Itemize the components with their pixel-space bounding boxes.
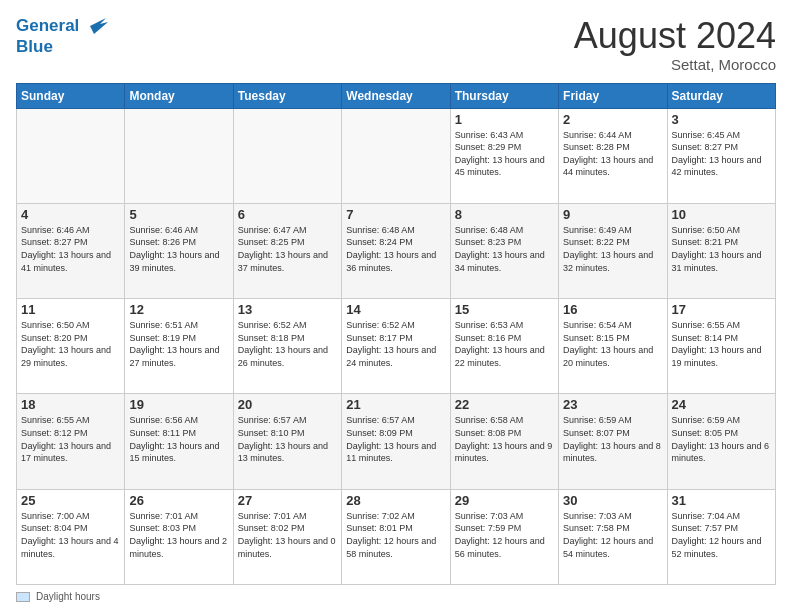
calendar-cell: 30Sunrise: 7:03 AM Sunset: 7:58 PM Dayli… <box>559 489 667 584</box>
day-info: Sunrise: 6:50 AM Sunset: 8:20 PM Dayligh… <box>21 319 120 369</box>
day-number: 21 <box>346 397 445 412</box>
col-header-wednesday: Wednesday <box>342 83 450 108</box>
day-info: Sunrise: 6:49 AM Sunset: 8:22 PM Dayligh… <box>563 224 662 274</box>
day-number: 31 <box>672 493 771 508</box>
day-number: 8 <box>455 207 554 222</box>
daylight-label: Daylight hours <box>36 591 100 602</box>
calendar-cell: 3Sunrise: 6:45 AM Sunset: 8:27 PM Daylig… <box>667 108 775 203</box>
day-info: Sunrise: 6:57 AM Sunset: 8:10 PM Dayligh… <box>238 414 337 464</box>
calendar-cell: 12Sunrise: 6:51 AM Sunset: 8:19 PM Dayli… <box>125 299 233 394</box>
calendar-cell: 22Sunrise: 6:58 AM Sunset: 8:08 PM Dayli… <box>450 394 558 489</box>
logo-bird-icon <box>86 16 108 38</box>
day-number: 11 <box>21 302 120 317</box>
day-info: Sunrise: 6:47 AM Sunset: 8:25 PM Dayligh… <box>238 224 337 274</box>
day-number: 6 <box>238 207 337 222</box>
calendar-cell: 17Sunrise: 6:55 AM Sunset: 8:14 PM Dayli… <box>667 299 775 394</box>
calendar-cell: 29Sunrise: 7:03 AM Sunset: 7:59 PM Dayli… <box>450 489 558 584</box>
calendar-cell: 23Sunrise: 6:59 AM Sunset: 8:07 PM Dayli… <box>559 394 667 489</box>
location: Settat, Morocco <box>574 56 776 73</box>
calendar-week-4: 25Sunrise: 7:00 AM Sunset: 8:04 PM Dayli… <box>17 489 776 584</box>
col-header-monday: Monday <box>125 83 233 108</box>
day-info: Sunrise: 6:52 AM Sunset: 8:18 PM Dayligh… <box>238 319 337 369</box>
day-number: 22 <box>455 397 554 412</box>
day-number: 18 <box>21 397 120 412</box>
calendar-cell: 10Sunrise: 6:50 AM Sunset: 8:21 PM Dayli… <box>667 203 775 298</box>
day-info: Sunrise: 7:03 AM Sunset: 7:58 PM Dayligh… <box>563 510 662 560</box>
calendar-cell: 20Sunrise: 6:57 AM Sunset: 8:10 PM Dayli… <box>233 394 341 489</box>
day-info: Sunrise: 7:03 AM Sunset: 7:59 PM Dayligh… <box>455 510 554 560</box>
day-number: 26 <box>129 493 228 508</box>
day-number: 1 <box>455 112 554 127</box>
header: General Blue August 2024 Settat, Morocco <box>16 16 776 73</box>
day-info: Sunrise: 6:44 AM Sunset: 8:28 PM Dayligh… <box>563 129 662 179</box>
calendar-cell: 2Sunrise: 6:44 AM Sunset: 8:28 PM Daylig… <box>559 108 667 203</box>
calendar-cell <box>125 108 233 203</box>
day-info: Sunrise: 6:56 AM Sunset: 8:11 PM Dayligh… <box>129 414 228 464</box>
title-block: August 2024 Settat, Morocco <box>574 16 776 73</box>
day-number: 10 <box>672 207 771 222</box>
day-info: Sunrise: 6:57 AM Sunset: 8:09 PM Dayligh… <box>346 414 445 464</box>
day-info: Sunrise: 6:46 AM Sunset: 8:27 PM Dayligh… <box>21 224 120 274</box>
day-info: Sunrise: 6:59 AM Sunset: 8:07 PM Dayligh… <box>563 414 662 464</box>
calendar-cell: 27Sunrise: 7:01 AM Sunset: 8:02 PM Dayli… <box>233 489 341 584</box>
day-number: 20 <box>238 397 337 412</box>
day-info: Sunrise: 6:50 AM Sunset: 8:21 PM Dayligh… <box>672 224 771 274</box>
calendar-cell: 6Sunrise: 6:47 AM Sunset: 8:25 PM Daylig… <box>233 203 341 298</box>
day-info: Sunrise: 6:46 AM Sunset: 8:26 PM Dayligh… <box>129 224 228 274</box>
day-info: Sunrise: 6:52 AM Sunset: 8:17 PM Dayligh… <box>346 319 445 369</box>
calendar-cell: 18Sunrise: 6:55 AM Sunset: 8:12 PM Dayli… <box>17 394 125 489</box>
day-info: Sunrise: 6:59 AM Sunset: 8:05 PM Dayligh… <box>672 414 771 464</box>
calendar-cell: 24Sunrise: 6:59 AM Sunset: 8:05 PM Dayli… <box>667 394 775 489</box>
calendar-cell: 13Sunrise: 6:52 AM Sunset: 8:18 PM Dayli… <box>233 299 341 394</box>
logo: General Blue <box>16 16 108 57</box>
calendar-cell: 1Sunrise: 6:43 AM Sunset: 8:29 PM Daylig… <box>450 108 558 203</box>
day-info: Sunrise: 6:55 AM Sunset: 8:14 PM Dayligh… <box>672 319 771 369</box>
day-info: Sunrise: 6:54 AM Sunset: 8:15 PM Dayligh… <box>563 319 662 369</box>
day-info: Sunrise: 6:48 AM Sunset: 8:23 PM Dayligh… <box>455 224 554 274</box>
day-number: 30 <box>563 493 662 508</box>
calendar-cell: 4Sunrise: 6:46 AM Sunset: 8:27 PM Daylig… <box>17 203 125 298</box>
day-number: 12 <box>129 302 228 317</box>
day-number: 14 <box>346 302 445 317</box>
calendar-table: SundayMondayTuesdayWednesdayThursdayFrid… <box>16 83 776 585</box>
day-info: Sunrise: 6:48 AM Sunset: 8:24 PM Dayligh… <box>346 224 445 274</box>
day-number: 29 <box>455 493 554 508</box>
calendar-cell: 28Sunrise: 7:02 AM Sunset: 8:01 PM Dayli… <box>342 489 450 584</box>
calendar-cell: 25Sunrise: 7:00 AM Sunset: 8:04 PM Dayli… <box>17 489 125 584</box>
calendar-cell: 19Sunrise: 6:56 AM Sunset: 8:11 PM Dayli… <box>125 394 233 489</box>
day-number: 9 <box>563 207 662 222</box>
month-year: August 2024 <box>574 16 776 56</box>
calendar-cell <box>342 108 450 203</box>
col-header-thursday: Thursday <box>450 83 558 108</box>
calendar-cell: 21Sunrise: 6:57 AM Sunset: 8:09 PM Dayli… <box>342 394 450 489</box>
day-info: Sunrise: 6:43 AM Sunset: 8:29 PM Dayligh… <box>455 129 554 179</box>
day-number: 27 <box>238 493 337 508</box>
day-info: Sunrise: 6:53 AM Sunset: 8:16 PM Dayligh… <box>455 319 554 369</box>
day-number: 13 <box>238 302 337 317</box>
col-header-saturday: Saturday <box>667 83 775 108</box>
day-info: Sunrise: 7:02 AM Sunset: 8:01 PM Dayligh… <box>346 510 445 560</box>
day-number: 3 <box>672 112 771 127</box>
calendar-header-row: SundayMondayTuesdayWednesdayThursdayFrid… <box>17 83 776 108</box>
col-header-tuesday: Tuesday <box>233 83 341 108</box>
day-info: Sunrise: 6:51 AM Sunset: 8:19 PM Dayligh… <box>129 319 228 369</box>
calendar-cell: 31Sunrise: 7:04 AM Sunset: 7:57 PM Dayli… <box>667 489 775 584</box>
day-info: Sunrise: 7:00 AM Sunset: 8:04 PM Dayligh… <box>21 510 120 560</box>
calendar-cell <box>17 108 125 203</box>
logo-general: General <box>16 16 79 35</box>
calendar-week-2: 11Sunrise: 6:50 AM Sunset: 8:20 PM Dayli… <box>17 299 776 394</box>
day-number: 17 <box>672 302 771 317</box>
day-info: Sunrise: 7:04 AM Sunset: 7:57 PM Dayligh… <box>672 510 771 560</box>
calendar-cell: 26Sunrise: 7:01 AM Sunset: 8:03 PM Dayli… <box>125 489 233 584</box>
day-info: Sunrise: 6:55 AM Sunset: 8:12 PM Dayligh… <box>21 414 120 464</box>
calendar-cell: 11Sunrise: 6:50 AM Sunset: 8:20 PM Dayli… <box>17 299 125 394</box>
calendar-cell: 9Sunrise: 6:49 AM Sunset: 8:22 PM Daylig… <box>559 203 667 298</box>
page: General Blue August 2024 Settat, Morocco… <box>0 0 792 612</box>
day-number: 2 <box>563 112 662 127</box>
day-number: 5 <box>129 207 228 222</box>
calendar-week-3: 18Sunrise: 6:55 AM Sunset: 8:12 PM Dayli… <box>17 394 776 489</box>
day-info: Sunrise: 6:58 AM Sunset: 8:08 PM Dayligh… <box>455 414 554 464</box>
day-number: 7 <box>346 207 445 222</box>
col-header-friday: Friday <box>559 83 667 108</box>
calendar-cell: 8Sunrise: 6:48 AM Sunset: 8:23 PM Daylig… <box>450 203 558 298</box>
